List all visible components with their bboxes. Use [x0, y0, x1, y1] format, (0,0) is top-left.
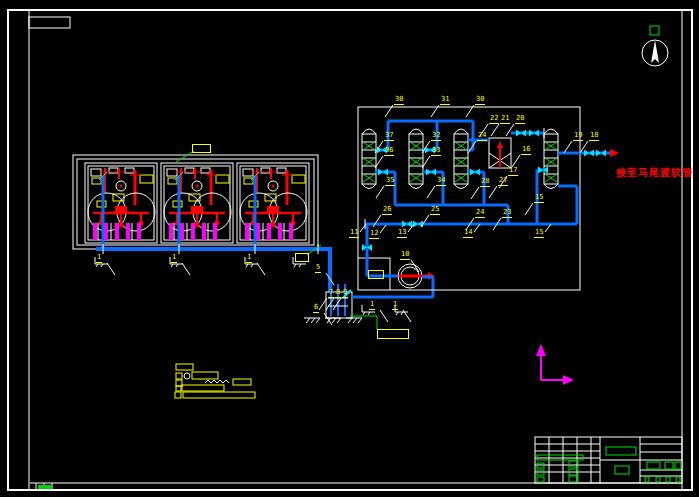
- axes-icon: [536, 344, 574, 385]
- balloon-label: 35: [385, 177, 395, 186]
- balloon-label: 23: [502, 209, 512, 218]
- balloon-label: 34: [436, 177, 446, 186]
- balloon-label: 36: [384, 147, 394, 156]
- balloon-label: 27: [498, 177, 508, 186]
- balloon-label: 1: [246, 254, 252, 263]
- outlet-annotation-text: 接至马尾渡软管: [616, 166, 693, 180]
- balloon-label: 33: [431, 147, 441, 156]
- balloon-label: 8: [335, 289, 341, 298]
- balloon-label: 1: [96, 254, 102, 263]
- balloon-label: 20: [515, 115, 525, 124]
- balloon-label: 24: [475, 209, 485, 218]
- balloon-label: 16: [521, 146, 531, 155]
- balloon-label: 13: [397, 229, 407, 238]
- empty-label-box: [295, 253, 309, 262]
- balloon-label: 12: [369, 230, 379, 239]
- balloon-label: 32: [431, 132, 441, 141]
- empty-label-box: [377, 329, 409, 339]
- balloon-label: 18: [589, 132, 599, 141]
- balloon-label: 19: [573, 132, 583, 141]
- balloon-label: 22: [489, 115, 499, 124]
- balloon-label: 11: [349, 229, 359, 238]
- balloon-label: 9: [342, 289, 348, 298]
- balloon-label: 10: [400, 251, 410, 260]
- balloon-label: 5: [315, 264, 321, 273]
- balloon-label: 28: [480, 178, 490, 187]
- empty-label-box: [368, 270, 384, 279]
- legend: [175, 364, 255, 398]
- balloon-label: 15: [534, 229, 544, 238]
- balloon-label: 15: [534, 194, 544, 203]
- balloon-label: 24: [477, 132, 487, 141]
- balloon-label: 14: [463, 229, 473, 238]
- balloon-label: 1: [171, 254, 177, 263]
- balloon-label: 26: [382, 206, 392, 215]
- balloon-label: 21: [500, 115, 510, 124]
- balloon-label: 1: [392, 301, 398, 310]
- title-block: [535, 437, 682, 483]
- balloon-label: 30: [475, 96, 485, 105]
- balloon-label: 25: [430, 206, 440, 215]
- empty-label-box: [192, 144, 211, 153]
- balloon-label: 31: [440, 96, 450, 105]
- north-arrow-icon: [642, 26, 668, 66]
- balloon-label: 1: [369, 301, 375, 310]
- suction-manifold-pipe: [95, 244, 330, 292]
- treatment-unit-block: [73, 155, 318, 249]
- balloon-label: 37: [384, 132, 394, 141]
- balloon-label: 30: [394, 96, 404, 105]
- balloon-label: 7: [328, 289, 334, 298]
- balloon-label: 6: [313, 304, 319, 313]
- transfer-pump: [352, 224, 435, 297]
- cad-viewport[interactable]: 3031302221203732241918363316173534282715…: [0, 0, 699, 497]
- balloon-label: 17: [508, 167, 518, 176]
- drawing-canvas: [0, 0, 699, 497]
